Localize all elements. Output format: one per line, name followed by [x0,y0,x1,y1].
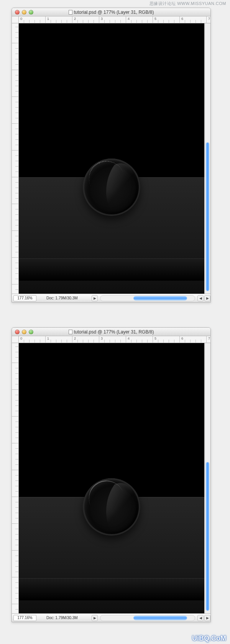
ruler-tick: 5 [154,337,156,340]
ruler-tick: 6 [181,17,183,21]
ruler-tick: 7 [208,17,210,21]
floor-strip [19,258,204,281]
ruler-tick: 0 [20,17,22,21]
glass-orb [83,159,140,216]
zoom-field[interactable]: 177.16% [13,295,36,301]
titlebar: tutorial.psd @ 177% (Layer 31, RGB/8) [12,8,210,16]
ruler-tick: 3 [101,337,103,340]
horizontal-scroll-thumb[interactable] [133,616,187,620]
vertical-scroll-thumb[interactable] [206,462,209,611]
window-title-text: tutorial.psd @ 177% (Layer 31, RGB/8) [74,10,154,15]
horizontal-scrollbar[interactable] [100,615,195,621]
scroll-play-icon[interactable]: ▶ [92,295,98,301]
scroll-play-icon[interactable]: ▶ [92,615,98,621]
horizontal-scrollbar[interactable] [100,295,195,301]
ruler-horizontal[interactable]: 0 1 2 3 4 5 6 7 [19,16,210,23]
ruler-tick: 3 [101,17,103,21]
watermark-top: 思缘设计论坛 WWW.MISSYUAN.COM [150,1,226,7]
ruler-vertical[interactable] [12,336,19,613]
close-button[interactable] [15,330,20,334]
ruler-tick: 6 [181,337,183,340]
document-icon [69,10,72,15]
vertical-scroll-thumb[interactable] [206,142,209,291]
scroll-left-icon[interactable]: ◀ [197,615,204,621]
ruler-tick: 2 [74,17,76,21]
window-controls [12,10,33,15]
titlebar: tutorial.psd @ 177% (Layer 31, RGB/8) [12,328,210,336]
canvas[interactable] [19,23,204,294]
ruler-tick: 1 [47,17,49,21]
ruler-horizontal[interactable]: 0 1 2 3 4 5 6 7 [19,336,210,343]
minimize-button[interactable] [22,330,26,334]
doc-info: Doc: 1.79M/30.3M [46,296,78,300]
floor-strip [19,578,204,600]
photoshop-window: tutorial.psd @ 177% (Layer 31, RGB/8) 0 … [12,8,211,302]
document-icon [69,330,72,334]
scroll-right-icon[interactable]: ▶ [204,295,210,301]
zoom-button[interactable] [29,10,33,15]
ruler-tick: 4 [128,337,130,340]
close-button[interactable] [15,10,20,15]
vertical-scrollbar[interactable] [205,343,210,613]
window-controls [12,330,33,334]
window-title: tutorial.psd @ 177% (Layer 31, RGB/8) [12,10,210,15]
zoom-field[interactable]: 177.16% [13,615,36,621]
zoom-button[interactable] [29,330,33,334]
minimize-button[interactable] [22,10,26,15]
scroll-right-icon[interactable]: ▶ [204,615,210,621]
glass-orb [83,478,140,536]
horizontal-scroll-thumb[interactable] [133,296,187,301]
vertical-scrollbar[interactable] [205,23,210,294]
canvas[interactable] [19,343,204,613]
ruler-tick: 1 [47,337,49,340]
ruler-corner [12,16,19,23]
doc-info: Doc: 1.79M/30.3M [46,616,78,620]
ruler-tick: 0 [20,337,22,340]
ruler-tick: 5 [154,17,156,21]
ruler-corner [12,336,19,343]
ruler-vertical[interactable] [12,16,19,294]
ruler-tick: 2 [74,337,76,340]
status-bar: 177.16% Doc: 1.79M/30.3M ▶ ◀ ▶ [12,613,210,622]
watermark-bottom: UiBQ.CoM [192,634,226,642]
window-title: tutorial.psd @ 177% (Layer 31, RGB/8) [12,329,210,335]
photoshop-window: tutorial.psd @ 177% (Layer 31, RGB/8) 0 … [12,327,211,622]
ruler-tick: 4 [128,17,130,21]
ruler-tick: 7 [208,337,210,340]
scroll-left-icon[interactable]: ◀ [197,295,204,301]
window-title-text: tutorial.psd @ 177% (Layer 31, RGB/8) [74,329,154,335]
status-bar: 177.16% Doc: 1.79M/30.3M ▶ ◀ ▶ [12,294,210,302]
